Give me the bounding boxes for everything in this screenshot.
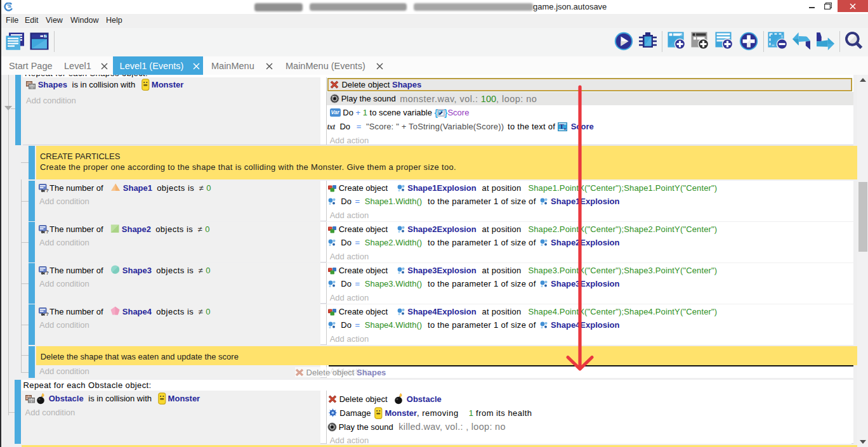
svg-text:?: ? (46, 229, 49, 233)
svg-text:?: ? (46, 188, 49, 192)
svg-text:T: T (560, 123, 564, 130)
svg-text:?: ? (46, 311, 49, 316)
svg-text:?: ? (46, 270, 49, 275)
